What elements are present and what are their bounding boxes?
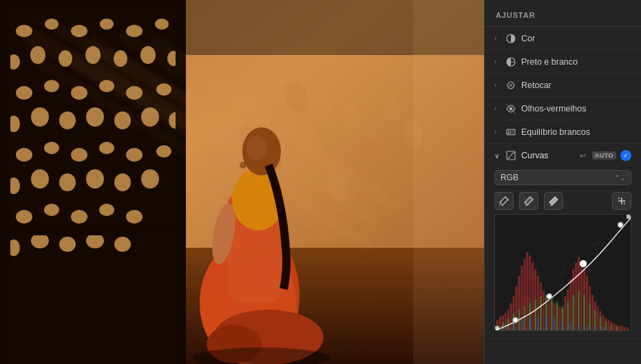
section-preto-branco[interactable]: › Preto e branco	[485, 50, 641, 74]
section-cor[interactable]: › Cor	[485, 27, 641, 50]
svg-rect-182	[605, 322, 607, 330]
svg-rect-83	[413, 0, 484, 364]
svg-rect-198	[602, 327, 605, 330]
svg-rect-188	[521, 320, 523, 330]
svg-point-7	[100, 19, 114, 30]
section-curvas: ∨ Curvas ↩ AUTO ✓ RGB ⌃⌄	[485, 144, 641, 339]
svg-point-9	[155, 19, 169, 30]
panel-content: › Cor › Preto e branco ›	[485, 27, 641, 364]
svg-rect-184	[616, 327, 618, 330]
eyedropper-mid-button[interactable]	[519, 192, 538, 210]
curve-tools	[485, 189, 641, 214]
svg-point-37	[31, 169, 49, 189]
section-olhos-label: Olhos-vermelhos	[521, 104, 631, 114]
svg-rect-189	[529, 318, 531, 330]
svg-rect-160	[624, 327, 626, 330]
svg-point-202	[580, 261, 587, 267]
svg-point-30	[16, 148, 32, 162]
svg-rect-97	[507, 131, 511, 135]
svg-rect-204	[495, 326, 499, 330]
svg-rect-120	[516, 286, 518, 330]
svg-point-69	[359, 141, 384, 162]
svg-rect-195	[578, 323, 580, 330]
svg-rect-196	[586, 325, 588, 330]
svg-point-42	[16, 210, 32, 224]
svg-rect-148	[591, 295, 593, 330]
rgb-dropdown-row: RGB ⌃⌄	[485, 167, 641, 189]
curve-svg	[495, 215, 631, 330]
svg-point-81	[246, 136, 267, 160]
svg-point-41	[141, 169, 159, 189]
section-equilibrio[interactable]: › Equilíbrio brancos	[485, 120, 641, 144]
svg-rect-126	[532, 262, 534, 330]
section-cor-label: Cor	[521, 34, 631, 43]
auto-badge[interactable]: AUTO	[592, 151, 616, 160]
curvas-controls: ↩ AUTO ✓	[578, 150, 631, 161]
panel-header: AJUSTAR	[485, 0, 641, 27]
eyedropper-black-button[interactable]	[494, 192, 514, 210]
section-preto-label: Preto e branco	[521, 57, 631, 67]
svg-point-50	[86, 233, 104, 248]
svg-point-48	[31, 233, 49, 248]
chevron-olhos: ›	[494, 105, 501, 112]
svg-point-32	[71, 148, 87, 162]
svg-line-102	[550, 205, 552, 206]
section-olhos[interactable]: › Olhos-vermelhos	[485, 97, 641, 120]
svg-rect-100	[499, 204, 502, 206]
svg-point-45	[99, 204, 114, 216]
chevron-curvas: ∨	[494, 152, 501, 160]
svg-rect-170	[540, 297, 542, 330]
section-equilibrio-label: Equilíbrio brancos	[521, 127, 631, 137]
section-retocar[interactable]: › Retocar	[485, 74, 641, 97]
svg-rect-172	[551, 298, 553, 330]
svg-rect-193	[562, 320, 564, 330]
svg-rect-191	[545, 315, 547, 330]
add-point-button[interactable]	[612, 192, 631, 210]
svg-rect-190	[537, 317, 539, 330]
svg-point-82	[240, 162, 246, 169]
svg-point-44	[71, 210, 87, 224]
svg-rect-159	[621, 326, 623, 330]
eyedropper-white-button[interactable]	[544, 192, 563, 210]
svg-point-200	[513, 317, 518, 323]
panel-title: AJUSTAR	[496, 11, 535, 19]
svg-point-24	[31, 107, 49, 127]
svg-rect-167	[523, 306, 525, 330]
select-chevron: ⌃⌄	[614, 174, 625, 182]
svg-rect-192	[554, 317, 556, 330]
svg-point-40	[114, 173, 131, 191]
svg-rect-132	[548, 300, 550, 330]
svg-point-51	[114, 237, 131, 252]
svg-point-31	[44, 142, 59, 154]
svg-point-105	[618, 197, 620, 200]
svg-rect-142	[575, 262, 577, 330]
svg-rect-158	[618, 325, 620, 330]
svg-rect-150	[597, 306, 599, 330]
svg-rect-164	[507, 318, 509, 330]
svg-point-17	[16, 86, 32, 100]
photo-image	[0, 0, 484, 364]
active-check[interactable]: ✓	[620, 150, 631, 161]
svg-point-25	[59, 111, 76, 129]
svg-rect-194	[569, 322, 571, 330]
chevron-preto: ›	[494, 58, 501, 65]
svg-rect-146	[586, 276, 588, 330]
eye-icon	[505, 103, 516, 114]
color-icon	[505, 33, 516, 44]
curvas-header[interactable]: ∨ Curvas ↩ AUTO ✓	[485, 144, 641, 167]
rgb-select[interactable]: RGB ⌃⌄	[494, 170, 631, 185]
chevron-cor: ›	[494, 34, 501, 42]
svg-rect-205	[627, 215, 631, 219]
svg-point-18	[44, 80, 59, 92]
undo-button[interactable]: ↩	[578, 151, 588, 161]
svg-rect-130	[543, 291, 545, 330]
svg-rect-138	[564, 297, 566, 330]
svg-rect-124	[526, 252, 528, 330]
svg-rect-163	[502, 322, 504, 330]
svg-rect-161	[627, 328, 629, 330]
svg-rect-181	[600, 317, 602, 330]
svg-point-38	[59, 173, 76, 191]
photo-area	[0, 0, 484, 364]
svg-rect-154	[608, 320, 610, 330]
curve-area[interactable]	[494, 214, 631, 331]
